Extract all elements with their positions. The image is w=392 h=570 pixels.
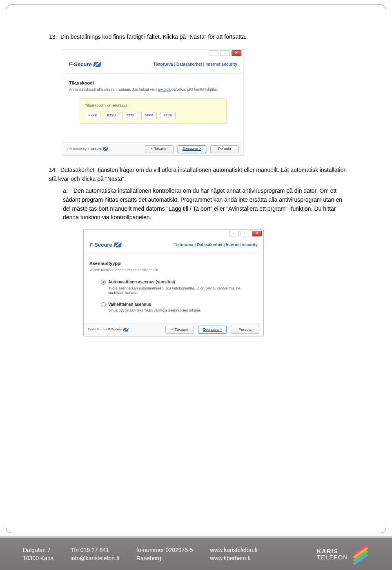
code-input-4[interactable]: DFFG	[141, 112, 157, 119]
instruction-list: 13. Din beställnings kod finns färdigt i…	[49, 33, 351, 336]
step-text: Datasäkerhet -tjänsten frågar om du vill…	[49, 167, 347, 182]
arvioida-link[interactable]: arvioida	[158, 87, 171, 91]
minimize-icon[interactable]: —	[209, 50, 218, 56]
titlebar: — □ ✕	[84, 230, 263, 238]
brand-text: F-Secure	[89, 241, 112, 249]
cancel-button[interactable]: Peruuta	[231, 326, 259, 334]
radio-dot-icon	[101, 280, 106, 285]
step-number: 13.	[49, 33, 59, 42]
section-description: Valitse tuotteen asennustapa tietokoneel…	[89, 267, 258, 273]
protection-by: Protection by F-Secure	[67, 147, 108, 151]
next-button[interactable]: Seuraava >	[178, 145, 206, 153]
footer-col-address: Dalgatan 7 10300 Karis	[23, 546, 53, 563]
footer-col-orgnum: fo-nummer 0202975-5 Raseborg	[136, 546, 193, 563]
section-title: Tilauskoodi	[69, 80, 237, 87]
radio-stepwise[interactable]: Vaiheittainen asennus Sinua pyydetään te…	[101, 301, 246, 313]
back-button[interactable]: < Takaisin	[165, 326, 194, 334]
code-input-2[interactable]: RTYU	[104, 112, 119, 119]
code-input-5[interactable]: RTYH	[160, 112, 176, 119]
installer-window-1: — □ ✕ F-Secure Tietoturva | Datasäkerhet…	[63, 49, 243, 156]
substep-number: a.	[63, 187, 72, 196]
fsecure-swoosh-icon	[113, 243, 122, 247]
maximize-icon[interactable]: □	[241, 231, 250, 236]
tagline: Tietoturva | Datasäkerhet | Internet sec…	[174, 242, 258, 248]
footer-col-contact: Tfn 019 27 841 info@karistelefon.fi	[71, 546, 119, 563]
section-description: Anna tilauskoodi alla olevaan ruutuun. J…	[69, 87, 237, 93]
code-label: Tilauskoodini on seuraava:	[85, 103, 221, 109]
fsecure-swoosh-icon	[123, 328, 129, 332]
code-input-1[interactable]: KKKK	[85, 112, 100, 119]
step-text: Din beställnings kod finns färdigt i fäl…	[60, 33, 247, 40]
titlebar: — □ ✕	[63, 49, 243, 57]
brand-logo: F-Secure	[69, 60, 101, 69]
maximize-icon[interactable]: □	[220, 50, 230, 56]
next-button[interactable]: Seuraava >	[198, 326, 227, 334]
installer-window-2: — □ ✕ F-Secure Tietoturva | Datasäkerhet…	[83, 229, 264, 336]
footer-col-web: www.karistelefon.fi www.fiberhem.fi	[210, 546, 258, 563]
substep-text: Den automatiska installationen kontrolle…	[63, 187, 342, 220]
step-13: 13. Din beställnings kod finns färdigt i…	[49, 33, 351, 156]
page-footer: Dalgatan 7 10300 Karis Tfn 019 27 841 in…	[0, 538, 392, 570]
close-icon[interactable]: ✕	[252, 231, 262, 236]
close-icon[interactable]: ✕	[232, 50, 241, 56]
protection-by: Protection by F-Secure	[88, 327, 128, 332]
code-input-3[interactable]: TTT5	[122, 112, 138, 119]
karis-logo-icon	[352, 547, 369, 561]
section-title: Asennustyyppi	[89, 260, 258, 267]
step-14: 14. Datasäkerhet -tjänsten frågar om du …	[49, 166, 351, 336]
cancel-button[interactable]: Peruuta	[210, 145, 239, 153]
step-number: 14.	[49, 166, 59, 175]
radio-automatic[interactable]: Automaattinen asennus (suositus) Tuote a…	[101, 279, 246, 296]
tagline: Tietoturva | Datasäkerhet | Internet sec…	[154, 61, 237, 68]
fsecure-swoosh-icon	[93, 62, 101, 67]
brand-text: F-Secure	[69, 60, 92, 69]
fsecure-swoosh-icon	[102, 147, 108, 151]
brand-logo: F-Secure	[89, 241, 121, 249]
back-button[interactable]: < Takaisin	[145, 145, 174, 153]
minimize-icon[interactable]: —	[229, 231, 239, 236]
substep-a: a. Den automatiska installationen kontro…	[63, 187, 351, 222]
footer-brand: KARIS TELEFON	[317, 547, 369, 561]
radio-dot-icon	[101, 302, 106, 307]
code-area: Tilauskoodini on seuraava: KKKK RTYU TTT…	[80, 98, 227, 124]
